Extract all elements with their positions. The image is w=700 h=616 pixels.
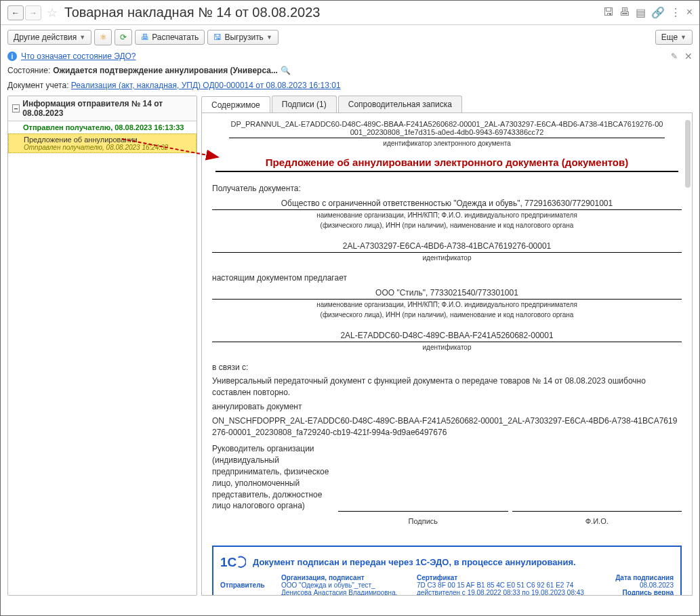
svg-text:1С: 1С [220, 555, 237, 569]
edit-icon[interactable]: ✎ [671, 52, 678, 61]
sender-info-panel: − Информация отправителя № 14 от 08.08.2… [7, 96, 197, 596]
tab-signatures[interactable]: Подписи (1) [272, 96, 337, 112]
annul-id: ON_NSCHFDOPPR_2AL-E7ADDC60-D48C-489C-BBA… [212, 415, 682, 438]
tab-note[interactable]: Сопроводительная записка [338, 96, 462, 112]
scrollbar-thumb[interactable] [685, 120, 691, 188]
status-label: Состояние: [7, 66, 50, 75]
collapse-icon[interactable]: − [12, 104, 20, 112]
signature-field [338, 443, 508, 512]
calc-icon[interactable]: ▤ [636, 6, 646, 19]
doc-account-link[interactable]: Реализация (акт, накладная, УПД) ОД00-00… [71, 81, 341, 90]
sender-id: 2AL-E7ADDC60-D48C-489C-BBAA-F241A5260682… [212, 329, 682, 342]
favorite-icon[interactable]: ☆ [47, 5, 58, 20]
tree-sent-item[interactable]: Отправлен получателю, 08.08.2023 16:13:3… [8, 121, 197, 134]
export-button[interactable]: 🖫Выгрузить▼ [207, 30, 278, 45]
signer-role: Руководитель организации (индивидуальный… [212, 443, 334, 512]
tab-content[interactable]: Содержимое [201, 96, 270, 113]
document-content: DP_PRANNUL_2AL-E7ADDC60-D48C-489C-BBAA-F… [201, 112, 693, 596]
more-button[interactable]: Еще▼ [655, 30, 693, 45]
left-panel-header[interactable]: − Информация отправителя № 14 от 08.08.2… [8, 96, 197, 121]
print-icon[interactable]: 🖶 [619, 6, 630, 19]
doc-title: Предложение об аннулировании электронног… [215, 154, 678, 172]
page-title: Товарная накладная № 14 от 08.08.2023 [64, 5, 603, 20]
more-icon[interactable]: ⋮ [670, 6, 681, 19]
tree-annul-item[interactable]: Предложение об аннулировании Отправлен п… [8, 134, 197, 153]
doc-top-id: DP_PRANNUL_2AL-E7ADDC60-D48C-489C-BBAA-F… [209, 120, 685, 136]
dismiss-icon[interactable]: ✕ [684, 51, 693, 62]
doc-top-id-caption: идентификатор электронного документа [229, 138, 665, 147]
status-value: Ожидается подтверждение аннулирования (У… [53, 66, 278, 75]
annul-label: аннулировать документ [212, 401, 682, 413]
1c-logo-icon: 1С [220, 552, 246, 571]
tree-button[interactable]: ⚛ [94, 29, 112, 45]
fio-field [512, 443, 682, 512]
back-button[interactable]: ← [7, 5, 24, 20]
save-icon[interactable]: 🖫 [603, 6, 614, 19]
recipient-label: Получатель документа: [212, 183, 682, 194]
other-actions-button[interactable]: Другие действия▼ [7, 30, 91, 45]
close-icon[interactable]: × [686, 6, 693, 19]
recipient-id: 2AL-A7303297-E6CA-4BD6-A738-41BCA7619276… [212, 240, 682, 253]
proposes-label: настоящим документом предлагает [212, 272, 682, 284]
link-icon[interactable]: 🔗 [651, 6, 665, 19]
edo-status-link[interactable]: Что означает состояние ЭДО? [21, 52, 136, 61]
stamp-title: Документ подписан и передан через 1С-ЭДО… [253, 557, 576, 567]
signature-stamp: 1С Документ подписан и передан через 1С-… [212, 546, 682, 596]
reason-text: Универсальный передаточный документ с фу… [212, 375, 682, 398]
sender-value: ООО "Стиль", 7733021540/773301001 [212, 287, 682, 300]
doc-account-label: Документ учета: [7, 81, 68, 90]
magnify-icon[interactable]: 🔍 [281, 66, 291, 75]
refresh-button[interactable]: ⟳ [115, 29, 132, 45]
recipient-value: Общество с ограниченной ответственностью… [212, 197, 682, 210]
reason-label: в связи с: [212, 362, 682, 373]
info-icon: i [7, 52, 17, 61]
forward-button[interactable]: → [25, 5, 41, 20]
print-button[interactable]: 🖶Распечатать [135, 30, 205, 45]
